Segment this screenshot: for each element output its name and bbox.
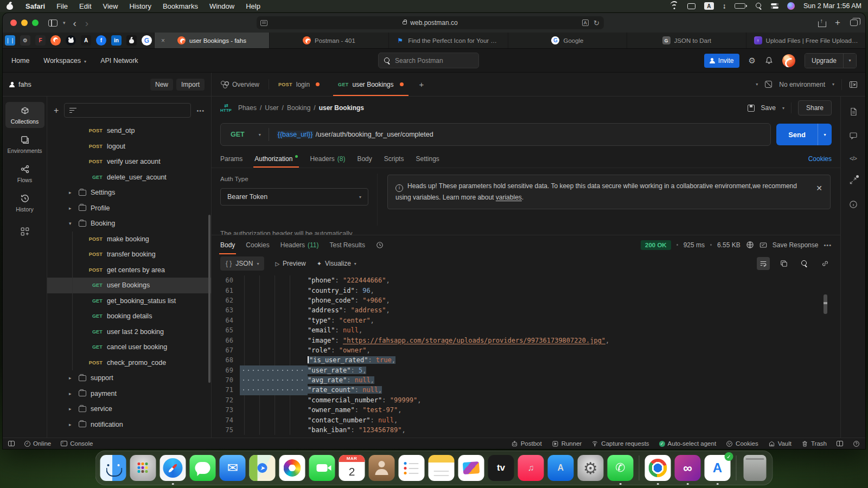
dock-appletv-icon[interactable]: tv bbox=[488, 455, 514, 481]
related-requests-icon[interactable] bbox=[849, 177, 857, 185]
invite-button[interactable]: Invite bbox=[704, 54, 739, 68]
dock-whatsapp-icon[interactable]: ✆ bbox=[608, 455, 634, 481]
response-tab-test-results[interactable]: Test Results bbox=[330, 235, 365, 254]
console-button[interactable]: Console bbox=[61, 440, 93, 447]
dock-infinity-icon[interactable]: ∞ bbox=[675, 455, 701, 481]
chevron-right-icon[interactable]: ▸ bbox=[69, 391, 75, 396]
tab-user-bookings-request[interactable]: GET user Bookings bbox=[329, 73, 412, 96]
nav-api-network[interactable]: API Network bbox=[100, 57, 138, 65]
info-circle-icon[interactable] bbox=[849, 200, 858, 209]
request-check-promo-code[interactable]: POSTcheck_promo_code bbox=[47, 355, 211, 371]
layout-panes-icon[interactable] bbox=[837, 441, 843, 446]
folder-payment[interactable]: ▸payment bbox=[47, 386, 211, 402]
address-bar[interactable]: web.postman.co A ↻ bbox=[257, 16, 604, 29]
browser-tab[interactable]: ⚑Find the Perfect Icon for Your Project … bbox=[388, 33, 508, 48]
status-badge[interactable]: 200 OK bbox=[641, 240, 671, 250]
environment-chevron-icon[interactable]: ▾ bbox=[832, 82, 834, 87]
control-center-icon[interactable] bbox=[771, 3, 778, 9]
linkedin-favicon[interactable]: in bbox=[111, 35, 122, 46]
environment-selector[interactable]: No environment bbox=[779, 81, 825, 88]
request-user-bookings[interactable]: GETuser Bookings bbox=[47, 278, 211, 293]
link-icon[interactable] bbox=[819, 257, 832, 270]
request-send-otp[interactable]: POSTsend_otp bbox=[47, 123, 211, 139]
zoom-window-button[interactable] bbox=[32, 20, 39, 26]
base-url-variable[interactable]: {{base_url}} bbox=[277, 131, 314, 138]
dock-chrome-icon[interactable] bbox=[645, 455, 671, 481]
copy-icon[interactable] bbox=[777, 257, 790, 270]
new-tab-icon[interactable]: + bbox=[835, 17, 840, 28]
breadcrumb-part[interactable]: User bbox=[265, 104, 278, 112]
settings-gear-icon[interactable]: ⚙ bbox=[749, 56, 756, 66]
dock-finder-icon[interactable] bbox=[100, 455, 126, 481]
nav-home[interactable]: Home bbox=[11, 57, 29, 65]
rail-item-history[interactable]: History bbox=[5, 190, 44, 216]
environment-quick-look-icon[interactable] bbox=[849, 80, 858, 89]
user-avatar[interactable] bbox=[782, 54, 795, 67]
folder-profile[interactable]: ▸Profile bbox=[47, 201, 211, 216]
tab-scripts[interactable]: Scripts bbox=[384, 150, 404, 168]
browser-tab[interactable]: Postman - 401 bbox=[269, 33, 388, 48]
browser-tab[interactable]: GJSON to Dart bbox=[627, 33, 746, 48]
auth-type-select[interactable]: Bearer Token ▾ bbox=[220, 188, 368, 206]
menu-view[interactable]: View bbox=[103, 2, 118, 10]
close-window-button[interactable] bbox=[10, 20, 17, 26]
dock-facetime-icon[interactable] bbox=[309, 455, 335, 481]
menu-help[interactable]: Help bbox=[246, 2, 260, 10]
dock-settings-icon[interactable]: ⚙ bbox=[578, 455, 604, 481]
menu-edit[interactable]: Edit bbox=[79, 2, 91, 10]
footer-vault[interactable]: Vault bbox=[768, 440, 792, 447]
dock-messages-icon[interactable] bbox=[190, 455, 216, 481]
workspace-name[interactable]: fahs bbox=[9, 81, 31, 88]
folder-service[interactable]: ▸service bbox=[47, 401, 211, 417]
apple-menu-icon[interactable] bbox=[7, 2, 13, 10]
chevron-right-icon[interactable]: ▸ bbox=[69, 422, 75, 427]
dock-trash-icon[interactable] bbox=[744, 455, 767, 481]
tab-settings[interactable]: Settings bbox=[416, 150, 439, 168]
menu-history[interactable]: History bbox=[129, 2, 151, 10]
response-time[interactable]: 925 ms bbox=[684, 241, 705, 249]
help-icon[interactable] bbox=[853, 440, 860, 447]
format-select[interactable]: { } JSON ▾ bbox=[220, 256, 264, 271]
facebook-favicon[interactable]: f bbox=[96, 35, 106, 46]
minimize-window-button[interactable] bbox=[21, 20, 28, 26]
sidebar-more-icon[interactable]: ••• bbox=[196, 107, 205, 114]
tab-headers[interactable]: Headers(8) bbox=[310, 150, 345, 168]
menu-app-name[interactable]: Safari bbox=[25, 2, 45, 10]
request-transfer-booking[interactable]: POSTtransfer booking bbox=[47, 247, 211, 262]
send-chevron-icon[interactable]: ▾ bbox=[818, 124, 832, 145]
preview-button[interactable]: ▷ Preview bbox=[275, 260, 305, 267]
menu-window[interactable]: Window bbox=[209, 2, 234, 10]
tab-login-request[interactable]: POST login bbox=[269, 73, 329, 96]
request-cancel-user-booking[interactable]: GETcancel user booking bbox=[47, 339, 211, 355]
pause-app-favicon[interactable]: ❘❘ bbox=[5, 35, 15, 46]
folder-support[interactable]: ▸support bbox=[47, 370, 211, 386]
settings-app-favicon[interactable]: ⚙ bbox=[20, 35, 30, 46]
request-booking-details[interactable]: GETbooking details bbox=[47, 309, 211, 324]
request-user-last-2-booking[interactable]: GETuser last 2 booking bbox=[47, 324, 211, 340]
dock-safari-icon[interactable] bbox=[160, 455, 186, 481]
response-tab-body[interactable]: Body bbox=[220, 235, 235, 254]
siri-icon[interactable] bbox=[787, 2, 795, 10]
wrap-text-icon[interactable] bbox=[757, 257, 770, 270]
tab-list-chevron-icon[interactable]: ▾ bbox=[756, 82, 758, 87]
save-button[interactable]: Save bbox=[761, 104, 776, 112]
folder-notification[interactable]: ▸notification bbox=[47, 417, 211, 433]
dock-maps-icon[interactable]: ➤ bbox=[250, 455, 276, 481]
browser-tab[interactable]: GGoogle bbox=[508, 33, 627, 48]
menu-bookmarks[interactable]: Bookmarks bbox=[163, 2, 198, 10]
add-collection-button[interactable]: + bbox=[54, 106, 59, 115]
dock-music-icon[interactable]: ♫ bbox=[518, 455, 544, 481]
menu-file[interactable]: File bbox=[56, 2, 68, 10]
dock-reminders-icon[interactable] bbox=[399, 455, 425, 481]
dock-xcode-icon[interactable]: A✓ bbox=[705, 455, 731, 481]
postman-favicon[interactable] bbox=[50, 35, 61, 46]
import-button[interactable]: Import bbox=[176, 79, 205, 91]
request-delete-user-acount[interactable]: GETdelete_user_acount bbox=[47, 170, 211, 185]
response-history-icon[interactable] bbox=[376, 241, 384, 249]
request-logout[interactable]: POSTlogout bbox=[47, 139, 211, 155]
documentation-icon[interactable] bbox=[849, 107, 858, 116]
menu-bar-clock[interactable]: Sun 2 Mar 1:56 AM bbox=[803, 2, 861, 10]
rail-item-collections[interactable]: Collections bbox=[5, 102, 44, 128]
share-button[interactable]: Share bbox=[798, 100, 832, 115]
chevron-right-icon[interactable]: ▸ bbox=[69, 206, 75, 211]
